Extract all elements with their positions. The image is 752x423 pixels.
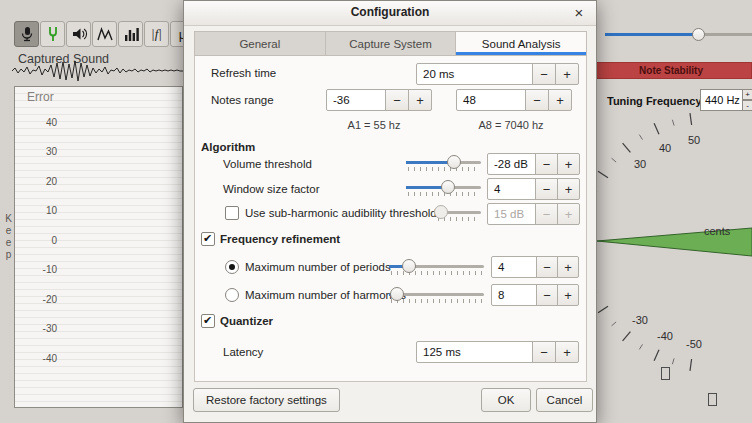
quantizer-checkbox[interactable]	[201, 314, 215, 328]
subharmonic-checkbox[interactable]	[225, 206, 239, 220]
speaker-button[interactable]	[66, 21, 91, 47]
notes-range-max-decrease-button[interactable]: −	[525, 89, 549, 111]
notes-range-max-spinbox: 48 − +	[456, 89, 572, 111]
keep-label: Keep	[3, 213, 14, 261]
subharmonic-increase-button[interactable]: +	[557, 203, 580, 225]
slider-ticks	[408, 167, 479, 171]
gauge-label-40: 40	[659, 142, 671, 154]
subharmonic-slider[interactable]	[436, 203, 481, 223]
notes-range-min-decrease-button[interactable]: −	[385, 89, 409, 111]
notes-range-min-value[interactable]: -36	[326, 89, 386, 111]
frequency-refinement-header: Frequency refinement	[220, 233, 340, 245]
glyph-box-icon	[661, 367, 670, 380]
max-harmonics-increase-button[interactable]: +	[557, 284, 579, 306]
max-periods-spinbox: 4 − +	[491, 256, 579, 278]
slider-handle[interactable]	[447, 155, 461, 169]
max-harmonics-value[interactable]: 8	[491, 284, 537, 306]
max-periods-slider[interactable]	[389, 257, 484, 277]
notes-range-min-increase-button[interactable]: +	[408, 89, 432, 111]
volume-threshold-decrease-button[interactable]: −	[535, 153, 558, 175]
slider-fill	[605, 33, 698, 36]
max-periods-increase-button[interactable]: +	[557, 256, 579, 278]
latency-value[interactable]: 125 ms	[416, 341, 533, 363]
refresh-time-spinbox: 20 ms − +	[416, 63, 579, 85]
window-size-factor-increase-button[interactable]: +	[557, 178, 580, 200]
abs-f-view-button[interactable]: |f|	[144, 21, 169, 47]
axis-label: -40	[29, 353, 57, 364]
axis-label: 40	[29, 117, 57, 128]
volume-threshold-value[interactable]: -28 dB	[487, 153, 536, 175]
axis-label: 0	[29, 235, 57, 246]
cancel-button[interactable]: Cancel	[536, 388, 593, 412]
refresh-time-value[interactable]: 20 ms	[416, 63, 533, 85]
error-panel: Error 40 30 20 10 0 -10 -20 -30 -40	[14, 86, 183, 408]
max-periods-decrease-button[interactable]: −	[536, 256, 558, 278]
tuning-fork-button[interactable]	[40, 21, 65, 47]
volume-threshold-slider[interactable]	[406, 153, 481, 173]
notes-range-min-caption: A1 = 55 hz	[314, 119, 434, 131]
spectrum-view-button[interactable]	[118, 21, 143, 47]
tuning-fork-icon	[44, 25, 62, 43]
tab-general[interactable]: General	[195, 32, 326, 55]
refresh-time-increase-button[interactable]: +	[555, 63, 579, 85]
main-toolbar: |f| μ	[14, 21, 195, 47]
gauge-label-30: 30	[634, 158, 646, 170]
latency-increase-button[interactable]: +	[555, 341, 579, 363]
max-harmonics-spinbox: 8 − +	[491, 284, 579, 306]
slider-handle[interactable]	[434, 205, 448, 219]
refresh-time-label: Refresh time	[211, 67, 276, 79]
quantizer-header: Quantizer	[220, 315, 273, 327]
window-size-factor-label: Window size factor	[223, 183, 320, 195]
window-size-factor-value[interactable]: 4	[487, 178, 536, 200]
ok-button[interactable]: OK	[481, 388, 531, 412]
axis-label: -30	[29, 323, 57, 334]
max-harmonics-decrease-button[interactable]: −	[536, 284, 558, 306]
notes-range-max-value[interactable]: 48	[456, 89, 526, 111]
subharmonic-label: Use sub-harmonic audibility threshold	[245, 207, 437, 219]
slider-handle[interactable]	[441, 180, 455, 194]
latency-spinbox: 125 ms − +	[416, 341, 579, 363]
latency-decrease-button[interactable]: −	[532, 341, 556, 363]
dialog-titlebar: Configuration ×	[184, 1, 596, 26]
max-periods-radio[interactable]	[225, 260, 239, 274]
restore-factory-settings-button[interactable]: Restore factory settings	[193, 388, 340, 412]
axis-label: 30	[29, 146, 57, 157]
error-panel-title: Error	[27, 90, 54, 104]
slider-handle[interactable]	[390, 287, 404, 301]
abs-f-icon: |f|	[151, 26, 162, 42]
window-size-factor-spinbox: 4 − +	[487, 178, 580, 200]
max-harmonics-radio[interactable]	[225, 288, 239, 302]
window-size-factor-slider[interactable]	[406, 178, 481, 198]
tuning-frequency-increase-button[interactable]: +	[742, 89, 752, 100]
note-stability-label: Note Stability	[639, 65, 703, 76]
axis-label: -20	[29, 294, 57, 305]
notes-range-max-increase-button[interactable]: +	[548, 89, 572, 111]
window-size-factor-decrease-button[interactable]: −	[535, 178, 558, 200]
max-periods-value[interactable]: 4	[491, 256, 537, 278]
slider-handle[interactable]	[692, 28, 705, 41]
refresh-time-decrease-button[interactable]: −	[532, 63, 556, 85]
microphone-button[interactable]	[14, 21, 39, 47]
subharmonic-value[interactable]: 15 dB	[487, 203, 536, 225]
gauge-label-m40: -40	[657, 330, 673, 342]
close-icon[interactable]: ×	[570, 3, 588, 21]
volume-threshold-spinbox: -28 dB − +	[487, 153, 580, 175]
max-harmonics-slider[interactable]	[389, 285, 484, 305]
notes-range-max-caption: A8 = 7040 hz	[446, 119, 576, 131]
max-periods-label: Maximum number of periods	[245, 261, 391, 273]
frequency-refinement-checkbox[interactable]	[201, 232, 215, 246]
captured-sound-waveform	[12, 58, 184, 86]
subharmonic-decrease-button[interactable]: −	[535, 203, 558, 225]
slider-handle[interactable]	[402, 259, 416, 273]
note-stability-bar: Note Stability	[590, 62, 752, 79]
waveform-view-button[interactable]	[92, 21, 117, 47]
glyph-box-icon	[708, 393, 717, 406]
tab-capture-system[interactable]: Capture System	[326, 32, 457, 55]
speaker-icon	[70, 25, 88, 43]
input-level-slider[interactable]	[605, 27, 752, 41]
volume-threshold-increase-button[interactable]: +	[557, 153, 580, 175]
app-window: |f| μ Captured Sound Error 40 30 20 10 0…	[0, 0, 752, 423]
gauge-label-m50: -50	[686, 338, 702, 350]
waveform-icon	[96, 25, 114, 43]
tab-sound-analysis[interactable]: Sound Analysis	[456, 32, 586, 55]
